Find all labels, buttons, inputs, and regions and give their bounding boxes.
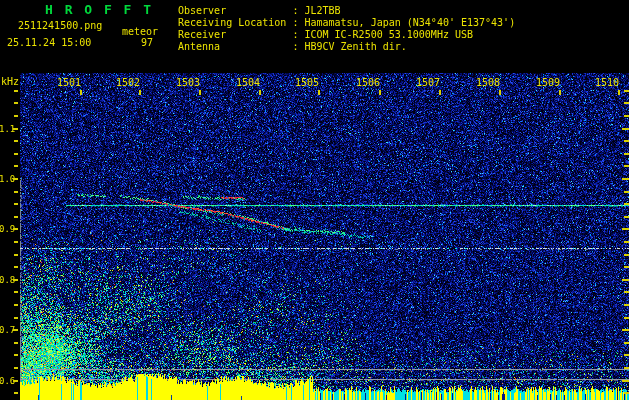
info-row-antenna: Antenna : HB9CV Zenith dir. bbox=[178, 41, 407, 52]
freq-minor-tick-right bbox=[624, 367, 629, 369]
echo-count: 97 bbox=[141, 37, 153, 48]
freq-minor-tick-right bbox=[624, 266, 629, 268]
freq-minor-tick bbox=[14, 367, 18, 369]
freq-minor-tick bbox=[14, 216, 18, 218]
mode-label: meteor bbox=[122, 26, 158, 37]
freq-minor-tick bbox=[14, 140, 18, 142]
freq-major-tick-right bbox=[622, 329, 629, 331]
freq-axis-unit: kHz bbox=[1, 76, 19, 87]
time-minute-tick bbox=[559, 90, 561, 95]
freq-minor-tick bbox=[14, 254, 18, 256]
freq-label: 0.7 bbox=[0, 325, 13, 335]
freq-minor-tick bbox=[14, 304, 18, 306]
filename-label: 2511241500.png bbox=[18, 20, 102, 31]
freq-minor-tick-right bbox=[624, 191, 629, 193]
freq-major-tick-right bbox=[622, 380, 629, 382]
freq-minor-tick bbox=[14, 342, 18, 344]
freq-minor-tick bbox=[14, 165, 18, 167]
freq-major-tick bbox=[13, 178, 18, 180]
time-minute-tick bbox=[379, 90, 381, 95]
freq-label: 0.9 bbox=[0, 224, 13, 234]
time-label: 1504 bbox=[235, 78, 261, 88]
freq-minor-tick-right bbox=[624, 140, 629, 142]
info-row-observer: Observer : JL2TBB bbox=[178, 5, 341, 16]
freq-minor-tick-right bbox=[624, 354, 629, 356]
freq-label: 1.1 bbox=[0, 124, 13, 134]
app-title: H R O F F T bbox=[45, 2, 153, 17]
datetime-label: 25.11.24 15:00 bbox=[7, 37, 91, 48]
time-label: 1503 bbox=[175, 78, 201, 88]
freq-major-tick bbox=[13, 329, 18, 331]
freq-major-tick bbox=[13, 380, 18, 382]
freq-minor-tick bbox=[14, 291, 18, 293]
freq-major-tick-right bbox=[622, 228, 629, 230]
freq-minor-tick-right bbox=[624, 291, 629, 293]
time-label: 1510 bbox=[594, 78, 620, 88]
time-label: 1502 bbox=[115, 78, 141, 88]
freq-minor-tick bbox=[14, 153, 18, 155]
time-label: 1509 bbox=[535, 78, 561, 88]
time-label: 1501 bbox=[56, 78, 82, 88]
freq-minor-tick-right bbox=[624, 392, 629, 394]
freq-major-tick-right bbox=[622, 178, 629, 180]
hrofft-window: H R O F F T 2511241500.png meteor 25.11.… bbox=[0, 0, 629, 400]
freq-label: 0.6 bbox=[0, 376, 13, 386]
freq-minor-tick bbox=[14, 317, 18, 319]
freq-minor-tick bbox=[14, 203, 18, 205]
time-label: 1508 bbox=[475, 78, 501, 88]
time-minute-tick bbox=[318, 90, 320, 95]
time-minute-tick bbox=[259, 90, 261, 95]
freq-minor-tick bbox=[14, 115, 18, 117]
freq-label: 1.0 bbox=[0, 174, 13, 184]
freq-minor-tick-right bbox=[624, 90, 629, 92]
freq-minor-tick-right bbox=[624, 203, 629, 205]
freq-minor-tick-right bbox=[624, 153, 629, 155]
freq-minor-tick bbox=[14, 102, 18, 104]
freq-minor-tick bbox=[14, 191, 18, 193]
freq-minor-tick bbox=[14, 90, 18, 92]
freq-minor-tick-right bbox=[624, 216, 629, 218]
time-label: 1505 bbox=[294, 78, 320, 88]
freq-minor-tick-right bbox=[624, 317, 629, 319]
time-minute-tick bbox=[618, 90, 620, 95]
info-row-receiver: Receiver : ICOM IC-R2500 53.1000MHz USB bbox=[178, 29, 473, 40]
info-row-receiving-location: Receiving Location : Hamamatsu, Japan (N… bbox=[178, 17, 515, 28]
freq-minor-tick bbox=[14, 354, 18, 356]
time-minute-tick bbox=[199, 90, 201, 95]
time-minute-tick bbox=[139, 90, 141, 95]
freq-major-tick bbox=[13, 279, 18, 281]
time-label: 1507 bbox=[415, 78, 441, 88]
spectrogram-canvas bbox=[0, 0, 629, 400]
freq-minor-tick bbox=[14, 266, 18, 268]
freq-minor-tick-right bbox=[624, 241, 629, 243]
freq-label: 0.8 bbox=[0, 275, 13, 285]
time-minute-tick bbox=[80, 90, 82, 95]
freq-major-tick-right bbox=[622, 279, 629, 281]
time-minute-tick bbox=[439, 90, 441, 95]
freq-minor-tick-right bbox=[624, 102, 629, 104]
freq-minor-tick-right bbox=[624, 304, 629, 306]
freq-minor-tick-right bbox=[624, 115, 629, 117]
freq-minor-tick-right bbox=[624, 165, 629, 167]
freq-minor-tick-right bbox=[624, 342, 629, 344]
freq-minor-tick bbox=[14, 392, 18, 394]
freq-major-tick bbox=[13, 228, 18, 230]
time-minute-tick bbox=[499, 90, 501, 95]
freq-major-tick bbox=[13, 128, 18, 130]
freq-major-tick-right bbox=[622, 128, 629, 130]
time-label: 1506 bbox=[355, 78, 381, 88]
freq-minor-tick bbox=[14, 241, 18, 243]
freq-minor-tick-right bbox=[624, 254, 629, 256]
